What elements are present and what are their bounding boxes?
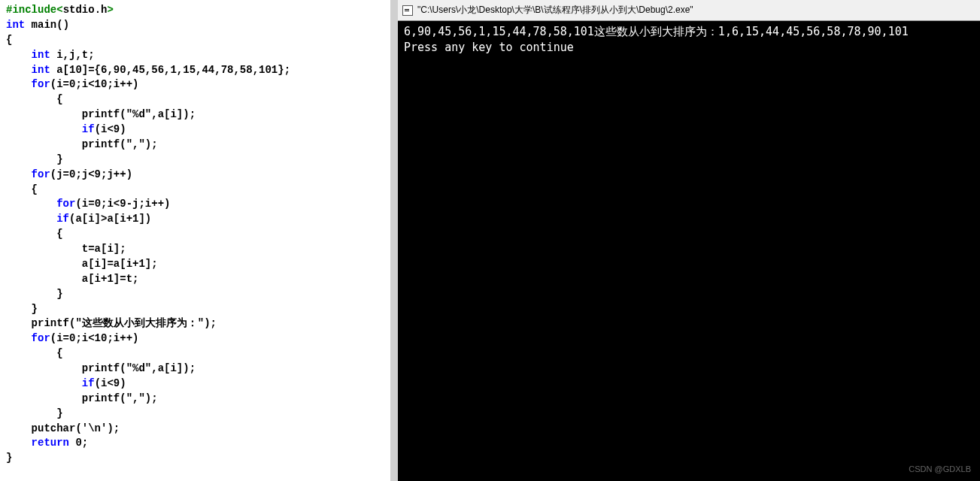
code-text: printf(","); (6, 138, 158, 150)
code-text: printf("%d",a[i]); (6, 108, 196, 120)
keyword: if (6, 123, 95, 135)
code-text: { (6, 183, 38, 195)
keyword: return (6, 437, 69, 449)
code-text: stdio.h (63, 4, 108, 16)
code-text: (i=0;i<10;i++) (50, 332, 139, 344)
keyword: int (6, 19, 25, 31)
code-text: (i<9) (95, 123, 126, 135)
code-text: { (6, 347, 63, 359)
code-text: putchar('\n'); (6, 422, 120, 434)
keyword: for (6, 78, 50, 90)
keyword: for (6, 168, 50, 180)
code-text: (i<9) (95, 377, 126, 389)
code-text: printf("%d",a[i]); (6, 362, 196, 374)
code-text: (i=0;i<9-j;i++) (75, 198, 170, 210)
code-text: { (6, 228, 63, 240)
code-text: { (6, 93, 63, 105)
code-text: main() (25, 19, 69, 31)
keyword: if (6, 377, 95, 389)
code-editor[interactable]: #include<stdio.h> int main() { int i,j,t… (0, 0, 390, 481)
keyword: int (6, 49, 50, 61)
console-titlebar[interactable]: "C:\Users\小龙\Desktop\大学\B\试练程序\排列从小到大\De… (398, 0, 980, 21)
console-window: "C:\Users\小龙\Desktop\大学\B\试练程序\排列从小到大\De… (390, 0, 980, 481)
code-text: a[i]=a[i+1]; (6, 258, 158, 270)
console-line: 6,90,45,56,1,15,44,78,58,101这些数从小到大排序为：1… (404, 25, 909, 38)
console-line: Press any key to continue (404, 41, 574, 54)
code-text: } (6, 452, 12, 464)
code-text: } (6, 288, 63, 300)
code-text: { (6, 34, 12, 46)
keyword: int (6, 64, 50, 76)
code-text: a[i+1]=t; (6, 273, 138, 285)
keyword: if (6, 213, 69, 225)
console-title: "C:\Users\小龙\Desktop\大学\B\试练程序\排列从小到大\De… (417, 4, 693, 17)
code-text: (j=0;j<9;j++) (50, 168, 132, 180)
console-icon (402, 5, 413, 16)
code-text: t=a[i]; (6, 243, 126, 255)
code-text: (a[i]>a[i+1]) (69, 213, 151, 225)
code-text: i,j,t; (50, 49, 95, 61)
code-text: (i=0;i<10;i++) (50, 78, 139, 90)
code-text: } (6, 303, 38, 315)
code-text: } (6, 407, 63, 419)
directive: > (107, 4, 113, 16)
code-text: printf(","); (6, 392, 158, 404)
code-text: 0; (69, 437, 88, 449)
directive: #include< (6, 4, 63, 16)
console-output[interactable]: 6,90,45,56,1,15,44,78,58,101这些数从小到大排序为：1… (398, 21, 980, 481)
code-text: printf("这些数从小到大排序为："); (6, 317, 217, 329)
keyword: for (6, 198, 75, 210)
watermark: CSDN @GDXLB (909, 464, 971, 475)
keyword: for (6, 332, 50, 344)
code-text: a[10]={6,90,45,56,1,15,44,78,58,101}; (50, 64, 290, 76)
code-text: } (6, 153, 63, 165)
